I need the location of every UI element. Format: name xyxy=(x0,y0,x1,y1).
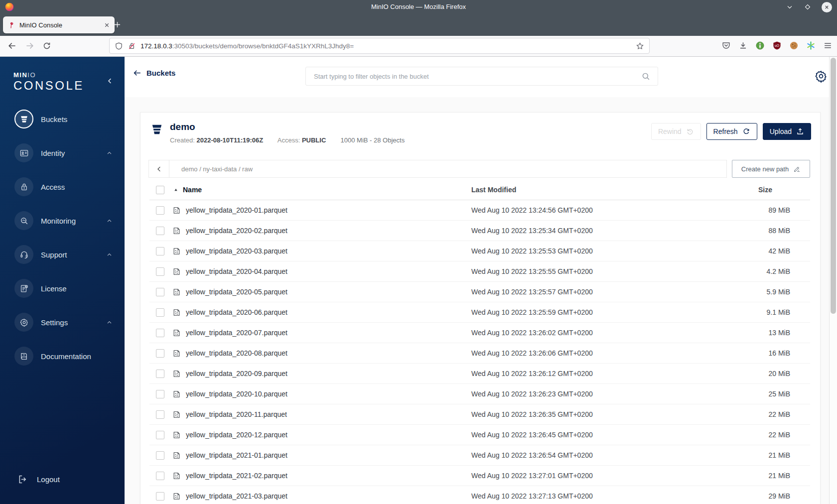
table-row[interactable]: yellow_tripdata_2020-11.parquet Wed Aug … xyxy=(149,404,810,425)
url-text[interactable]: 172.18.0.3:30503/buckets/demo/browse/bnk… xyxy=(140,42,632,50)
row-checkbox[interactable] xyxy=(156,206,164,215)
hamburger-menu-icon[interactable] xyxy=(823,41,833,50)
object-name-cell[interactable]: yellow_tripdata_2020-03.parquet xyxy=(172,247,471,255)
chevron-up-icon[interactable] xyxy=(106,218,113,224)
row-checkbox[interactable] xyxy=(156,370,164,378)
object-name-cell[interactable]: yellow_tripdata_2020-10.parquet xyxy=(172,390,471,398)
column-header-size[interactable]: Size xyxy=(750,186,810,194)
parquet-file-icon xyxy=(172,349,181,358)
window-minimize-button[interactable] xyxy=(786,3,794,11)
object-name: yellow_tripdata_2021-01.parquet xyxy=(186,451,287,459)
gear-icon[interactable] xyxy=(815,70,828,83)
pocket-icon[interactable] xyxy=(721,41,731,50)
upload-icon xyxy=(796,127,804,135)
row-checkbox[interactable] xyxy=(156,308,164,317)
row-checkbox[interactable] xyxy=(156,349,164,358)
object-name-cell[interactable]: yellow_tripdata_2021-01.parquet xyxy=(172,451,471,460)
create-new-path-button[interactable]: Create new path xyxy=(732,160,810,178)
column-header-name[interactable]: Name xyxy=(183,186,202,194)
object-name-cell[interactable]: yellow_tripdata_2021-03.parquet xyxy=(172,492,471,501)
sidebar-item-support[interactable]: Support xyxy=(0,245,125,264)
row-checkbox[interactable] xyxy=(156,492,164,501)
object-name-cell[interactable]: yellow_tripdata_2020-08.parquet xyxy=(172,349,471,358)
browser-tab-minio-console[interactable]: MinIO Console xyxy=(3,16,115,33)
bookmark-star-icon[interactable] xyxy=(636,42,644,50)
row-checkbox[interactable] xyxy=(156,329,164,337)
search-input[interactable] xyxy=(313,72,641,81)
chevron-up-icon[interactable] xyxy=(106,319,113,326)
object-name-cell[interactable]: yellow_tripdata_2020-12.parquet xyxy=(172,431,471,439)
object-name-cell[interactable]: yellow_tripdata_2020-06.parquet xyxy=(172,308,471,317)
row-checkbox[interactable] xyxy=(156,451,164,460)
table-row[interactable]: yellow_tripdata_2020-08.parquet Wed Aug … xyxy=(149,343,810,364)
object-name: yellow_tripdata_2020-09.parquet xyxy=(186,370,287,378)
scrollbar-thumb[interactable] xyxy=(831,58,836,314)
sidebar-item-buckets[interactable]: Buckets xyxy=(0,109,125,129)
sidebar-collapse-icon[interactable] xyxy=(106,77,114,85)
column-header-last-modified[interactable]: Last Modified xyxy=(471,186,750,194)
object-name-cell[interactable]: yellow_tripdata_2020-11.parquet xyxy=(172,410,471,419)
table-row[interactable]: yellow_tripdata_2020-12.parquet Wed Aug … xyxy=(149,425,810,445)
row-checkbox[interactable] xyxy=(156,247,164,255)
cookie-extension-icon[interactable] xyxy=(789,41,799,50)
object-name-cell[interactable]: yellow_tripdata_2020-01.parquet xyxy=(172,206,471,215)
browser-back-button[interactable] xyxy=(7,41,17,51)
back-to-buckets-button[interactable]: Buckets xyxy=(133,68,175,78)
chevron-up-icon[interactable] xyxy=(106,252,113,258)
ublock-origin-extension-icon[interactable]: uO xyxy=(772,41,782,50)
tab-close-icon[interactable] xyxy=(104,22,110,28)
row-checkbox[interactable] xyxy=(156,227,164,235)
refresh-button[interactable]: Refresh xyxy=(706,123,757,140)
sidebar-item-logout[interactable]: Logout xyxy=(0,470,125,489)
sidebar-item-license[interactable]: License xyxy=(0,278,125,298)
table-row[interactable]: yellow_tripdata_2021-03.parquet Wed Aug … xyxy=(149,486,810,504)
object-name-cell[interactable]: yellow_tripdata_2020-04.parquet xyxy=(172,267,471,276)
colorful-asterisk-extension-icon[interactable] xyxy=(806,41,816,50)
path-back-button[interactable] xyxy=(149,160,169,177)
url-bar[interactable]: 172.18.0.3:30503/buckets/demo/browse/bnk… xyxy=(109,38,650,54)
object-name-cell[interactable]: yellow_tripdata_2020-09.parquet xyxy=(172,370,471,378)
row-checkbox[interactable] xyxy=(156,431,164,439)
row-checkbox[interactable] xyxy=(156,472,164,480)
table-row[interactable]: yellow_tripdata_2021-02.parquet Wed Aug … xyxy=(149,466,810,486)
browser-forward-button[interactable] xyxy=(25,41,35,51)
row-checkbox[interactable] xyxy=(156,267,164,276)
object-name-cell[interactable]: yellow_tripdata_2020-02.parquet xyxy=(172,227,471,235)
insecure-lock-icon[interactable] xyxy=(128,42,136,50)
table-row[interactable]: yellow_tripdata_2020-02.parquet Wed Aug … xyxy=(149,221,810,241)
sidebar-item-monitoring[interactable]: Monitoring xyxy=(0,211,125,231)
privacy-badger-extension-icon[interactable] xyxy=(755,41,765,50)
table-row[interactable]: yellow_tripdata_2020-06.parquet Wed Aug … xyxy=(149,302,810,323)
table-row[interactable]: yellow_tripdata_2020-09.parquet Wed Aug … xyxy=(149,364,810,384)
select-all-checkbox[interactable] xyxy=(156,186,164,194)
sidebar-item-access[interactable]: Access xyxy=(0,177,125,197)
upload-button[interactable]: Upload xyxy=(763,123,811,140)
object-name-cell[interactable]: yellow_tripdata_2021-02.parquet xyxy=(172,472,471,480)
sidebar-item-settings[interactable]: Settings xyxy=(0,312,125,332)
chevron-up-icon[interactable] xyxy=(106,150,113,156)
table-row[interactable]: yellow_tripdata_2020-03.parquet Wed Aug … xyxy=(149,241,810,261)
sidebar-item-identity[interactable]: Identity xyxy=(0,143,125,163)
main-area: Buckets xyxy=(125,56,830,504)
row-checkbox[interactable] xyxy=(156,390,164,398)
rewind-button[interactable]: Rewind xyxy=(651,123,701,140)
table-row[interactable]: yellow_tripdata_2021-01.parquet Wed Aug … xyxy=(149,445,810,466)
new-tab-button[interactable] xyxy=(113,20,122,29)
object-name-cell[interactable]: yellow_tripdata_2020-05.parquet xyxy=(172,288,471,296)
sidebar-item-documentation[interactable]: Documentation xyxy=(0,346,125,366)
table-row[interactable]: yellow_tripdata_2020-04.parquet Wed Aug … xyxy=(149,261,810,282)
window-maximize-button[interactable] xyxy=(804,3,812,11)
sort-ascending-icon[interactable] xyxy=(173,187,178,192)
tracking-protection-shield-icon[interactable] xyxy=(115,42,123,50)
table-row[interactable]: yellow_tripdata_2020-07.parquet Wed Aug … xyxy=(149,323,810,343)
downloads-icon[interactable] xyxy=(738,41,748,50)
row-checkbox[interactable] xyxy=(156,288,164,296)
table-row[interactable]: yellow_tripdata_2020-01.parquet Wed Aug … xyxy=(149,200,810,221)
breadcrumb[interactable]: demo / ny-taxi-data / raw xyxy=(169,165,253,173)
table-row[interactable]: yellow_tripdata_2020-05.parquet Wed Aug … xyxy=(149,282,810,302)
row-checkbox[interactable] xyxy=(156,410,164,419)
window-close-button[interactable] xyxy=(822,2,832,12)
object-name-cell[interactable]: yellow_tripdata_2020-07.parquet xyxy=(172,329,471,337)
table-row[interactable]: yellow_tripdata_2020-10.parquet Wed Aug … xyxy=(149,384,810,404)
browser-reload-button[interactable] xyxy=(42,41,51,50)
